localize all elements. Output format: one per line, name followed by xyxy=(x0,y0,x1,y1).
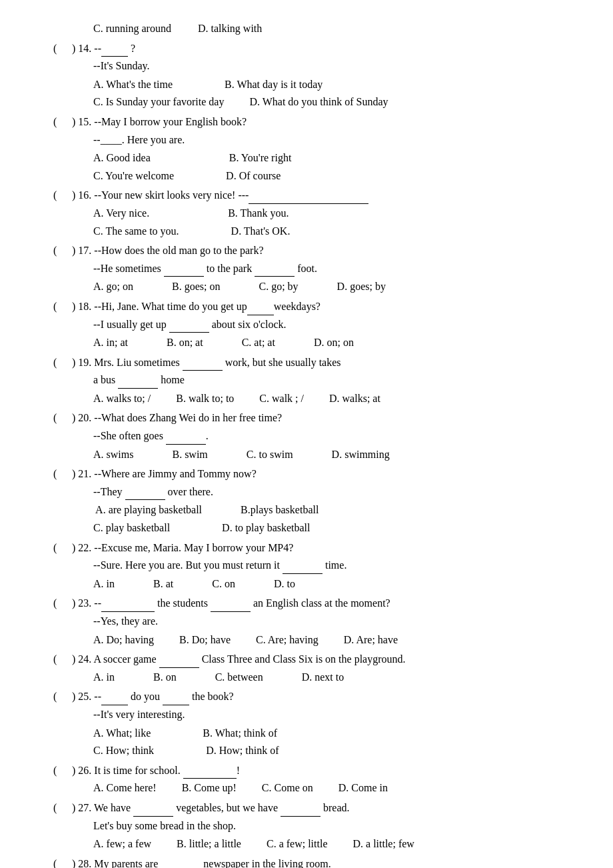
q26-paren-right xyxy=(64,762,69,779)
q25-line: ( ) 25. -- do you the book? xyxy=(53,688,573,705)
q18-opt-d: D. on; on xyxy=(314,334,354,351)
q26-text: ) 26. It is time for school. ! xyxy=(72,762,573,779)
q18-opt-b: B. on; at xyxy=(167,334,203,351)
q15-options-cd: C. You're welcome D. Of course xyxy=(53,167,573,185)
q28-paren-left: ( xyxy=(53,855,63,868)
q22-opt-c: C. on xyxy=(212,575,235,593)
question-16: ( ) 16. --Your new skirt looks very nice… xyxy=(53,187,573,239)
q27-opt-a: A. few; a few xyxy=(93,835,151,853)
q16-line: ( ) 16. --Your new skirt looks very nice… xyxy=(53,187,573,204)
q24-opt-b: B. on xyxy=(153,669,177,686)
q15-opt-c: C. You're welcome xyxy=(93,167,174,185)
q22-answer: --Sure. Here you are. But you must retur… xyxy=(53,557,573,574)
q26-opt-a: A. Come here! xyxy=(93,779,157,797)
q19-paren-left: ( xyxy=(53,354,63,371)
q20-options: A. swims B. swim C. to swim D. swimming xyxy=(53,446,573,463)
q27-opt-d: D. a little; few xyxy=(352,835,414,853)
q14-opt-c: C. Is Sunday your favorite day xyxy=(93,93,224,111)
q14-options-cd: C. Is Sunday your favorite day D. What d… xyxy=(53,93,573,111)
q21-paren-left: ( xyxy=(53,465,63,483)
q16-opt-d: D. That's OK. xyxy=(231,223,291,240)
worksheet-content: C. running around D. talking with ( ) 14… xyxy=(53,20,573,868)
q14-opt-b: B. What day is it today xyxy=(225,76,322,93)
q27-paren-right xyxy=(64,799,69,817)
q18-line: ( ) 18. --Hi, Jane. What time do you get… xyxy=(53,298,573,315)
q18-opt-c: C. at; at xyxy=(242,334,275,351)
q25-options-cd: C. How; think D. How; think of xyxy=(53,742,573,759)
q16-options-cd: C. The same to you. D. That's OK. xyxy=(53,223,573,240)
q17-paren-right xyxy=(64,242,69,259)
q24-paren-right xyxy=(64,651,69,668)
q27-opt-b: B. little; a little xyxy=(177,835,241,853)
prev-question-options: C. running around D. talking with xyxy=(53,20,573,37)
q28-text: ) 28. My parents are newspaper in the li… xyxy=(72,855,573,868)
q25-text: ) 25. -- do you the book? xyxy=(72,688,573,705)
q24-text: ) 24. A soccer game Class Three and Clas… xyxy=(72,651,573,668)
q16-paren-right xyxy=(64,187,69,204)
q21-paren-right xyxy=(64,465,69,483)
q15-line: ( ) 15. --May I borrow your English book… xyxy=(53,113,573,131)
question-14: ( ) 14. -- ? --It's Sunday. A. What's th… xyxy=(53,40,573,111)
q15-answer: --____. Here you are. xyxy=(53,131,573,149)
q15-opt-a: A. Good idea xyxy=(93,149,151,167)
q25-paren-right xyxy=(64,688,69,705)
q21-text: ) 21. --Where are Jimmy and Tommy now? xyxy=(72,465,573,483)
q24-line: ( ) 24. A soccer game Class Three and Cl… xyxy=(53,651,573,668)
q18-answer: --I usually get up about six o'clock. xyxy=(53,316,573,333)
q25-opt-d: D. How; think of xyxy=(206,742,279,759)
q23-opt-a: A. Do; having xyxy=(93,631,154,649)
q19-options: A. walks to; / B. walk to; to C. walk ; … xyxy=(53,390,573,407)
q17-line: ( ) 17. --How does the old man go to the… xyxy=(53,242,573,259)
q14-opt-d: D. What do you think of Sunday xyxy=(249,93,388,111)
q23-opt-b: B. Do; have xyxy=(179,631,231,649)
question-21: ( ) 21. --Where are Jimmy and Tommy now?… xyxy=(53,465,573,536)
question-17: ( ) 17. --How does the old man go to the… xyxy=(53,242,573,295)
q23-answer: --Yes, they are. xyxy=(53,613,573,630)
q22-opt-a: A. in xyxy=(93,575,115,593)
question-20: ( ) 20. --What does Zhang Wei do in her … xyxy=(53,409,573,463)
q16-opt-a: A. Very nice. xyxy=(93,205,149,222)
q21-line: ( ) 21. --Where are Jimmy and Tommy now? xyxy=(53,465,573,483)
question-27: ( ) 27. We have vegetables, but we have … xyxy=(53,799,573,853)
q27-options: A. few; a few B. little; a little C. a f… xyxy=(53,835,573,853)
q17-opt-d: D. goes; by xyxy=(337,278,386,295)
question-22: ( ) 22. --Excuse me, Maria. May I borrow… xyxy=(53,539,573,593)
q19-opt-a: A. walks to; / xyxy=(93,390,151,407)
q17-answer: --He sometimes to the park foot. xyxy=(53,260,573,277)
q18-text: ) 18. --Hi, Jane. What time do you get u… xyxy=(72,298,573,315)
q17-options: A. go; on B. goes; on C. go; by D. goes;… xyxy=(53,278,573,295)
q14-paren-right xyxy=(64,40,69,57)
q16-options-ab: A. Very nice. B. Thank you. xyxy=(53,205,573,222)
q25-options-ab: A. What; like B. What; think of xyxy=(53,725,573,742)
q20-opt-c: C. to swim xyxy=(247,446,293,463)
q20-answer: --She often goes . xyxy=(53,427,573,445)
q26-paren-left: ( xyxy=(53,762,63,779)
q25-opt-b: B. What; think of xyxy=(203,725,277,742)
q26-options: A. Come here! B. Come up! C. Come on D. … xyxy=(53,779,573,797)
q17-opt-a: A. go; on xyxy=(93,278,133,295)
q21-opt-c: C. play basketball xyxy=(93,519,170,537)
q17-text: ) 17. --How does the old man go to the p… xyxy=(72,242,573,259)
question-15: ( ) 15. --May I borrow your English book… xyxy=(53,113,573,184)
q19-opt-c: C. walk ; / xyxy=(259,390,304,407)
q25-answer: --It's very interesting. xyxy=(53,706,573,723)
q24-paren-left: ( xyxy=(53,651,63,668)
q20-paren-left: ( xyxy=(53,409,63,427)
q23-text: ) 23. -- the students an English class a… xyxy=(72,595,573,612)
q23-paren-right xyxy=(64,595,69,612)
question-25: ( ) 25. -- do you the book? --It's very … xyxy=(53,688,573,759)
q18-options: A. in; at B. on; at C. at; at D. on; on xyxy=(53,334,573,351)
q19-text: ) 19. Mrs. Liu sometimes work, but she u… xyxy=(72,354,573,371)
q14-line: ( ) 14. -- ? xyxy=(53,40,573,57)
q22-opt-b: B. at xyxy=(153,575,173,593)
q24-opt-a: A. in xyxy=(93,669,115,686)
q16-opt-c: C. The same to you. xyxy=(93,223,179,240)
q16-text: ) 16. --Your new skirt looks very nice! … xyxy=(72,187,573,204)
q27-opt-c: C. a few; little xyxy=(267,835,328,853)
q15-paren-right xyxy=(64,113,69,131)
q24-options: A. in B. on C. between D. next to xyxy=(53,669,573,686)
q19-answer2: a bus home xyxy=(53,371,573,389)
q19-line: ( ) 19. Mrs. Liu sometimes work, but she… xyxy=(53,354,573,371)
q21-options-ab: A. are playing basketball B.plays basket… xyxy=(53,501,573,519)
q22-opt-d: D. to xyxy=(274,575,295,593)
